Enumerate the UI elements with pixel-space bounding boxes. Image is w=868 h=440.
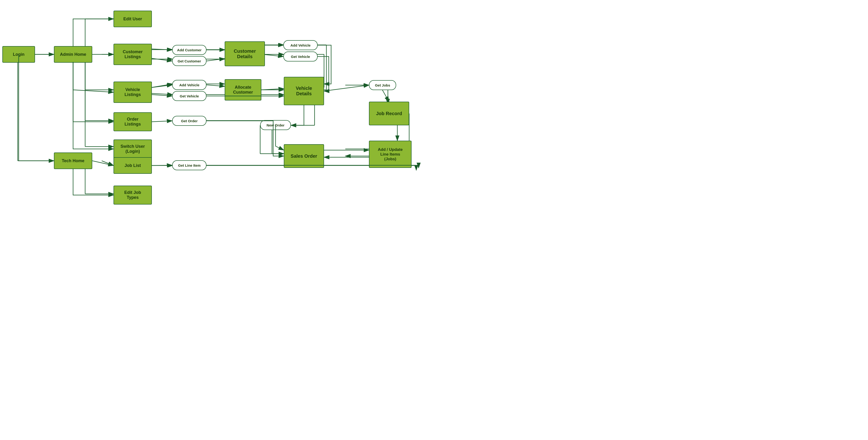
get-vehicle-cl-node: Get Vehicle — [172, 91, 207, 101]
switch-user-node: Switch User (Login) — [114, 139, 152, 158]
get-jobs-node: Get Jobs — [369, 80, 396, 90]
tech-home-label: Tech Home — [62, 158, 85, 163]
edit-user-node: Edit User — [114, 11, 152, 27]
get-line-item-label: Get Line Item — [178, 163, 200, 167]
edit-job-types-node: Edit Job Types — [114, 186, 152, 205]
get-vehicle-cd-label: Get Vehicle — [291, 55, 310, 59]
add-vehicle-cd-label: Add Vehicle — [290, 43, 311, 47]
order-listings-label: Order Listings — [124, 117, 141, 127]
sales-order-node: Sales Order — [284, 144, 324, 168]
order-listings-node: Order Listings — [114, 112, 152, 131]
vehicle-details-label: Vehicle Details — [296, 86, 312, 96]
add-customer-label: Add Customer — [177, 48, 202, 52]
allocate-customer-label: Allocate Customer — [233, 85, 253, 95]
sales-order-label: Sales Order — [291, 153, 317, 159]
add-vehicle-cl-node: Add Vehicle — [172, 80, 207, 90]
add-vehicle-cd-node: Add Vehicle — [283, 40, 318, 50]
customer-details-label: Customer Details — [234, 49, 256, 59]
vehicle-details-node: Vehicle Details — [284, 77, 324, 105]
get-customer-label: Get Customer — [178, 59, 201, 63]
vehicle-listings-node: Vehicle Listings — [114, 82, 152, 103]
get-line-item-node: Get Line Item — [172, 160, 207, 170]
get-customer-node: Get Customer — [172, 56, 207, 66]
new-order-label: New Order — [267, 123, 284, 127]
allocate-customer-node: Allocate Customer — [225, 79, 261, 100]
login-label: Login — [13, 52, 25, 57]
login-node: Login — [2, 46, 35, 63]
add-vehicle-cl-label: Add Vehicle — [179, 83, 199, 87]
switch-user-label: Switch User (Login) — [120, 144, 145, 154]
job-list-node: Job List — [114, 157, 152, 174]
tech-home-node: Tech Home — [54, 153, 92, 169]
add-update-line-items-label: Add / Update Line Items (Jobs) — [378, 147, 403, 161]
diagram-container: Login Admin Home Tech Home Edit User Cus… — [0, 0, 434, 220]
vehicle-listings-label: Vehicle Listings — [124, 87, 141, 97]
admin-home-node: Admin Home — [54, 46, 92, 63]
edit-user-label: Edit User — [123, 17, 142, 22]
get-order-label: Get Order — [181, 119, 197, 123]
add-customer-node: Add Customer — [172, 45, 207, 55]
job-list-label: Job List — [124, 163, 141, 168]
customer-details-node: Customer Details — [225, 41, 265, 66]
new-order-node: New Order — [260, 120, 291, 130]
get-vehicle-cl-label: Get Vehicle — [180, 94, 199, 98]
edit-job-types-label: Edit Job Types — [124, 190, 141, 200]
job-record-node: Job Record — [369, 102, 409, 125]
job-record-label: Job Record — [376, 111, 402, 116]
customer-listings-node: Customer Listings — [114, 44, 152, 65]
get-jobs-label: Get Jobs — [375, 83, 390, 87]
get-order-node: Get Order — [172, 116, 207, 126]
customer-listings-label: Customer Listings — [123, 50, 143, 59]
admin-home-label: Admin Home — [60, 52, 86, 57]
add-update-line-items-node: Add / Update Line Items (Jobs) — [369, 141, 411, 168]
get-vehicle-cd-node: Get Vehicle — [283, 52, 318, 61]
